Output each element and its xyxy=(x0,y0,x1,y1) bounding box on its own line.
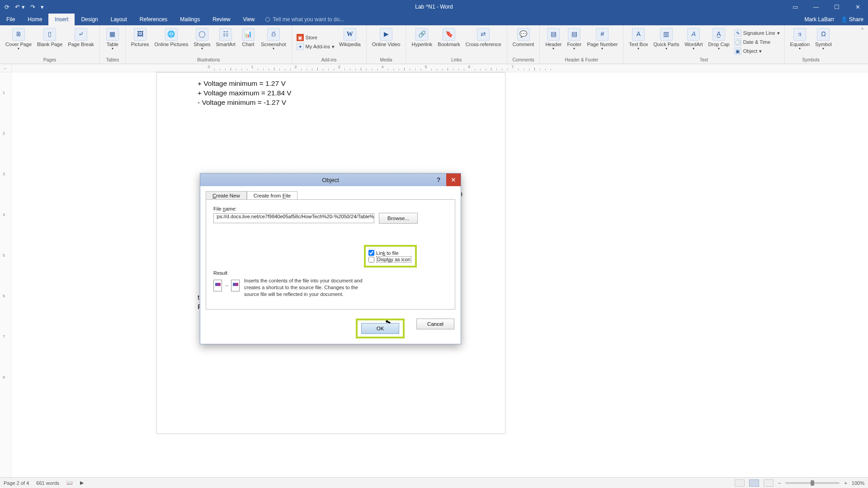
group-symbols: πEquation▾ ΩSymbol▾ Symbols xyxy=(785,25,837,64)
lightbulb-icon xyxy=(265,17,270,22)
zoom-in-button[interactable]: + xyxy=(844,480,847,486)
comment-button[interactable]: 💬Comment xyxy=(511,27,536,48)
wordart-button[interactable]: AWordArt▾ xyxy=(683,27,704,52)
screenshot-button[interactable]: ⎙Screenshot▾ xyxy=(259,27,288,52)
macro-icon[interactable]: ▶ xyxy=(80,480,84,486)
doc-line: - Voltage minimum = -1.27 V xyxy=(198,98,464,108)
browse-button[interactable]: Browse... xyxy=(379,213,418,224)
dialog-title: Object xyxy=(322,177,339,183)
zoom-out-button[interactable]: − xyxy=(778,480,781,486)
date-time-button[interactable]: 🕒Date & Time xyxy=(733,38,781,46)
tab-references[interactable]: References xyxy=(133,14,174,25)
page-number-button[interactable]: #Page Number▾ xyxy=(585,27,619,52)
dialog-pane: File name: :ps://d.docs.live.net/ce7f984… xyxy=(206,199,455,310)
store-button[interactable]: ▣Store xyxy=(296,33,335,42)
cover-page-button[interactable]: 🗎Cover Page▾ xyxy=(4,27,33,52)
group-pages: 🗎Cover Page▾ ▯Blank Page ⤶Page Break Pag… xyxy=(0,25,100,64)
result-label: Result xyxy=(213,270,227,276)
tab-mailings[interactable]: Mailings xyxy=(174,14,206,25)
display-as-icon-checkbox[interactable]: Display as icon xyxy=(368,256,411,263)
link-to-file-checkbox[interactable]: Link to file xyxy=(368,250,411,256)
online-video-button[interactable]: ▶Online Video xyxy=(370,27,402,48)
close-window-button[interactable]: ✕ xyxy=(847,0,868,14)
cancel-button[interactable]: Cancel xyxy=(416,319,454,329)
display-as-icon-input[interactable] xyxy=(368,257,374,263)
quick-parts-button[interactable]: ▥Quick Parts▾ xyxy=(652,27,681,52)
spellcheck-icon[interactable]: 📖 xyxy=(66,480,73,486)
ok-button[interactable]: OK xyxy=(361,323,399,334)
group-label: Links xyxy=(451,57,462,63)
zoom-thumb[interactable] xyxy=(811,480,814,486)
undo-button[interactable]: ↶ ▾ xyxy=(15,4,25,10)
tab-create-new[interactable]: Create New xyxy=(206,191,247,200)
tab-home[interactable]: Home xyxy=(21,14,48,25)
wikipedia-button[interactable]: WWikipedia xyxy=(337,27,363,48)
view-web-layout[interactable] xyxy=(764,479,774,487)
tab-create-from-file[interactable]: Create from File xyxy=(247,191,297,200)
signature-line-button[interactable]: ✎Signature Line ▾ xyxy=(733,29,781,37)
blank-page-button[interactable]: ▯Blank Page xyxy=(35,27,64,48)
user-name[interactable]: Mark LaBarr xyxy=(805,16,835,23)
tab-layout[interactable]: Layout xyxy=(104,14,133,25)
file-name-input[interactable]: :ps://d.docs.live.net/ce7f9840e05af58c/H… xyxy=(213,213,374,223)
group-links: 🔗Hyperlink 🔖Bookmark ⇄Cross-reference Li… xyxy=(406,25,507,64)
group-label: Illustrations xyxy=(197,57,220,63)
equation-button[interactable]: πEquation▾ xyxy=(788,27,811,52)
tab-file[interactable]: File xyxy=(0,14,21,25)
text-box-button[interactable]: AText Box▾ xyxy=(627,27,650,52)
minimize-button[interactable]: — xyxy=(806,0,826,14)
shapes-button[interactable]: ◯Shapes▾ xyxy=(192,27,212,52)
smartart-button[interactable]: ☷SmartArt xyxy=(214,27,237,48)
table-button[interactable]: ▦Table▾ xyxy=(104,27,122,52)
chart-button[interactable]: 📊Chart xyxy=(239,27,257,48)
redo-button[interactable]: ↷ xyxy=(30,4,35,10)
link-to-file-input[interactable] xyxy=(368,250,374,256)
page-break-button[interactable]: ⤶Page Break xyxy=(66,27,95,48)
dialog-titlebar[interactable]: Object ? ✕ xyxy=(200,174,461,186)
view-read-mode[interactable] xyxy=(735,479,745,487)
dialog-close-button[interactable]: ✕ xyxy=(446,174,461,186)
horizontal-ruler[interactable]: 01234567 xyxy=(165,64,518,72)
online-pictures-button[interactable]: 🌐Online Pictures xyxy=(153,27,190,48)
cross-reference-button[interactable]: ⇄Cross-reference xyxy=(464,27,503,48)
tab-review[interactable]: Review xyxy=(206,14,236,25)
tell-me-search[interactable]: Tell me what you want to do... xyxy=(261,14,344,25)
title-bar: ⟳ ↶ ▾ ↷ ▾ Lab ^N1 - Word ▭ — ☐ ✕ xyxy=(0,0,868,14)
object-button[interactable]: ▣Object ▾ xyxy=(733,47,781,55)
group-label: Tables xyxy=(106,57,119,63)
ribbon-display-icon[interactable]: ▭ xyxy=(785,0,806,14)
tab-design[interactable]: Design xyxy=(75,14,104,25)
header-button[interactable]: ▤Header▾ xyxy=(543,27,563,52)
tab-view[interactable]: View xyxy=(237,14,261,25)
ruler-row: ⌐ 01234567 xyxy=(0,64,868,72)
group-label: Pages xyxy=(43,57,56,63)
autosave-icon[interactable]: ⟳ xyxy=(5,4,9,10)
pictures-button[interactable]: 🖼Pictures xyxy=(129,27,151,48)
status-words[interactable]: 661 words xyxy=(36,480,59,486)
hyperlink-button[interactable]: 🔗Hyperlink xyxy=(410,27,434,48)
group-label: Symbols xyxy=(802,57,819,63)
ribbon-tabs: File Home Insert Design Layout Reference… xyxy=(0,14,868,25)
zoom-slider[interactable] xyxy=(785,482,840,484)
ruler-corner: ⌐ xyxy=(0,64,12,72)
status-page[interactable]: Page 2 of 4 xyxy=(4,480,29,486)
dialog-help-button[interactable]: ? xyxy=(432,174,445,186)
checkbox-highlight: Link to file Display as icon xyxy=(364,245,417,267)
collapse-ribbon-icon[interactable]: ⌃ xyxy=(857,25,868,64)
group-header-footer: ▤Header▾ ▤Footer▾ #Page Number▾ Header &… xyxy=(540,25,623,64)
group-label: Add-ins xyxy=(321,57,337,63)
vertical-ruler[interactable]: 123 456 78 xyxy=(0,72,12,477)
drop-cap-button[interactable]: A̲Drop Cap▾ xyxy=(707,27,731,52)
share-button[interactable]: 👤 Share xyxy=(841,16,863,23)
file-name-label: File name: xyxy=(213,206,448,211)
footer-button[interactable]: ▤Footer▾ xyxy=(565,27,583,52)
group-tables: ▦Table▾ Tables xyxy=(100,25,126,64)
my-addins-button[interactable]: ✦My Add-ins ▾ xyxy=(296,42,335,51)
zoom-level[interactable]: 100% xyxy=(852,480,864,486)
maximize-button[interactable]: ☐ xyxy=(826,0,847,14)
tab-insert[interactable]: Insert xyxy=(48,14,75,25)
symbol-button[interactable]: ΩSymbol▾ xyxy=(813,27,834,52)
qat-customize[interactable]: ▾ xyxy=(41,4,44,10)
view-print-layout[interactable] xyxy=(749,479,759,487)
bookmark-button[interactable]: 🔖Bookmark xyxy=(436,27,462,48)
